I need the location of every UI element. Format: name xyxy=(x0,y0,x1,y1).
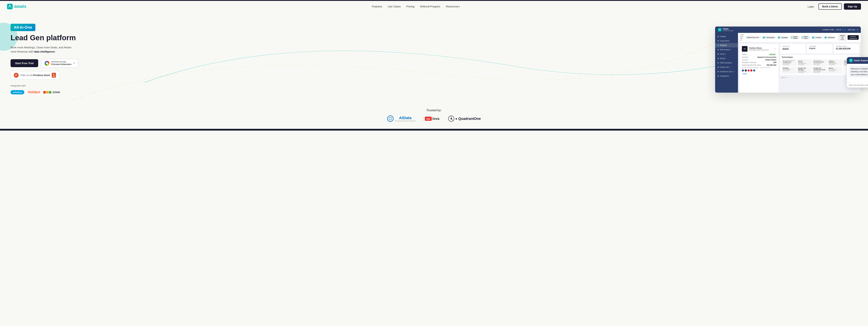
product-hunt-icon: P xyxy=(14,73,19,78)
chat-avatar: D xyxy=(849,59,853,62)
toggle-alexa[interactable]: Alexa Rank xyxy=(801,35,810,39)
chat-message: Welcome to Datalix! Let me know if there… xyxy=(849,66,868,77)
signup-button[interactable]: Sign Up xyxy=(844,3,861,10)
trusted-section: Trusted by: AtData THE EMAIL ADDRESS EXP… xyxy=(0,103,868,129)
company-info: Fashion Nova http://www.fashionnova.com xyxy=(749,47,769,51)
sidebar-analyzer[interactable]: Analyzer xyxy=(715,43,738,47)
toggle-social[interactable]: Social Media xyxy=(790,35,799,39)
sidebar-dot-active xyxy=(718,45,719,46)
tech-segment: Analytics Segment Last Detected: 11.01.2… xyxy=(828,59,842,66)
hero-screenshot: D Datalix Website Analyzer Available Cre… xyxy=(715,26,861,93)
url-input[interactable]: fashionnova.com xyxy=(745,36,761,39)
sidebar-superadmin[interactable]: Superadmin xyxy=(715,39,738,43)
toggle-contacts[interactable]: Contacts xyxy=(811,36,822,39)
company-logo: FN xyxy=(742,46,747,52)
tag-retail: Retail xyxy=(742,73,747,75)
sidebar-salesforce-sync[interactable]: Salesforce Sync ▾ xyxy=(715,69,738,74)
sidebar-search[interactable]: Search xyxy=(715,52,738,56)
sidebar-dot xyxy=(718,71,719,72)
product-hunt-text: FIND US ON Product Hunt xyxy=(21,73,50,77)
nav-pricing[interactable]: Pricing xyxy=(406,5,414,8)
tech-facebook: Advertisement Facebook Pixel Last Detect… xyxy=(812,59,827,66)
toggle-technologies[interactable]: Technologies xyxy=(762,36,776,39)
industry-row: Industry Apparel & Accessories xyxy=(742,56,776,58)
svg-point-3 xyxy=(451,118,452,119)
toggle-language[interactable]: Language xyxy=(777,36,789,39)
sidebar-partner[interactable]: Partner Skt ▾ xyxy=(715,65,738,69)
app-logo-small: D xyxy=(718,28,721,31)
twitter-icon[interactable] xyxy=(745,69,747,71)
push-salesforce-button[interactable]: Push to Salesforce xyxy=(847,35,859,40)
atdata-icon xyxy=(387,116,394,122)
sidebar-integrations[interactable]: Integrations xyxy=(715,74,738,78)
screenshot-body: Insights Superadmin Analyzer Bulk Analyz… xyxy=(715,33,861,93)
sidebar-dot xyxy=(718,40,719,41)
export-csv-button[interactable]: Export as CSV xyxy=(838,34,846,41)
country-row: Country United States xyxy=(742,59,776,61)
nav-referral[interactable]: Referral Program xyxy=(420,5,440,8)
svg-point-1 xyxy=(9,5,10,6)
screenshot-header-right: Available Credits ●●● ⚙ 👤 👤 Bedri Altıp … xyxy=(822,29,858,31)
tech-venmo: Payment Venmo Last Detected: 11.01.2022 xyxy=(797,59,812,66)
atdata-logo: AtData THE EMAIL ADDRESS EXPERTS xyxy=(387,116,416,122)
applova-text: lova xyxy=(432,117,439,121)
hero-cta-row: Start Free Trial Download Google Chrome … xyxy=(10,59,91,68)
chat-widget: D Datalix Support ✕ Welcome to Datalix! … xyxy=(847,57,868,88)
product-hunt-button[interactable]: P FIND US ON Product Hunt ▲ 15 xyxy=(10,71,59,79)
toggle-on-icon xyxy=(791,37,793,38)
login-button[interactable]: Login xyxy=(806,4,816,9)
language-card: Language English xyxy=(807,44,832,54)
logo[interactable]: datalix xyxy=(7,4,26,9)
chrome-extension-button[interactable]: Download Google Chrome Extension ↗ xyxy=(41,59,78,68)
nav-features[interactable]: Features xyxy=(372,5,382,8)
tech-gads: Google Ads Conversion Track Last Detecte… xyxy=(812,67,827,74)
salesforce-logo: salesforce xyxy=(10,89,24,95)
sidebar-insights[interactable]: Insights xyxy=(715,34,738,39)
company-panel: FN Fashion Nova http://www.fashionnova.c… xyxy=(740,44,778,93)
tech-jquery: jQuery Last Detected: 11.01.2022 xyxy=(828,67,842,74)
metrics-row: Alexa from 4,614 ↑ Language English Mont… xyxy=(780,44,859,54)
sidebar-bulk[interactable]: Bulk Analyzer xyxy=(715,47,738,52)
facebook-icon[interactable] xyxy=(742,69,744,71)
toggle-on-icon xyxy=(812,37,815,38)
shipping-info: ☑ Free US & CA Shipping - Orders Over $7… xyxy=(742,67,776,68)
screenshot-main: Enter your site url fashionnova.com Tech… xyxy=(738,33,861,93)
nav-use-cases[interactable]: Use Cases xyxy=(388,5,401,8)
start-trial-button[interactable]: Start Free Trial xyxy=(10,59,38,67)
quadrant-icon xyxy=(448,116,454,122)
social-icons xyxy=(742,69,776,71)
alexa-card: Alexa from 4,614 ↑ xyxy=(780,44,806,54)
hero-title: Lead Gen platform xyxy=(10,34,91,42)
sidebar-monitor[interactable]: Monitor xyxy=(715,56,738,61)
toggle-salesforce[interactable]: Salesforce xyxy=(824,36,836,39)
external-link-icon: ↗ xyxy=(73,62,75,64)
svg-rect-0 xyxy=(7,4,13,9)
zoho-icon-2 xyxy=(46,91,49,94)
nav-links: Features Use Cases Pricing Referral Prog… xyxy=(372,5,460,8)
nav-resources[interactable]: Resources xyxy=(446,5,460,8)
screenshot-toolbar: Enter your site url fashionnova.com Tech… xyxy=(738,33,861,42)
tech-quadpay: Quadpay Last Detected: 11.01.2022 xyxy=(782,67,796,74)
chat-input[interactable] xyxy=(849,84,868,86)
screenshot-header: D Datalix Website Analyzer Available Cre… xyxy=(715,27,861,33)
zoho-icon-1 xyxy=(43,91,46,94)
zoho-text: ZOHO xyxy=(53,91,60,94)
book-demo-button[interactable]: Book a Demo xyxy=(818,3,842,10)
navigation: datalix Features Use Cases Pricing Refer… xyxy=(0,1,868,12)
sidebar-tam[interactable]: TAM Calculator xyxy=(715,61,738,65)
product-hunt-count: ▲ 15 xyxy=(52,73,56,78)
chat-input-row: 👍 😊 xyxy=(847,83,868,88)
hero-section: All-In-One Lead Gen platform Book more M… xyxy=(0,12,868,103)
chrome-icon xyxy=(44,61,50,66)
sidebar-dot xyxy=(718,49,719,50)
hero-left: All-In-One Lead Gen platform Book more M… xyxy=(10,24,91,95)
youtube-icon[interactable] xyxy=(750,69,752,71)
tech-gtm: Google Tag Manager Last Detected: 11.01.… xyxy=(797,67,812,74)
favorite-icon[interactable]: ♡ xyxy=(774,47,776,50)
linkedin-icon[interactable] xyxy=(753,69,755,71)
instagram-icon[interactable] xyxy=(747,69,750,71)
atdata-text: AtData THE EMAIL ADDRESS EXPERTS xyxy=(395,116,416,122)
tech-shopify: eCommerce Platform Shopify Plus Last Det… xyxy=(782,59,796,66)
screenshot-content: FN Fashion Nova http://www.fashionnova.c… xyxy=(738,42,861,93)
zoho-icon-3 xyxy=(49,91,51,94)
